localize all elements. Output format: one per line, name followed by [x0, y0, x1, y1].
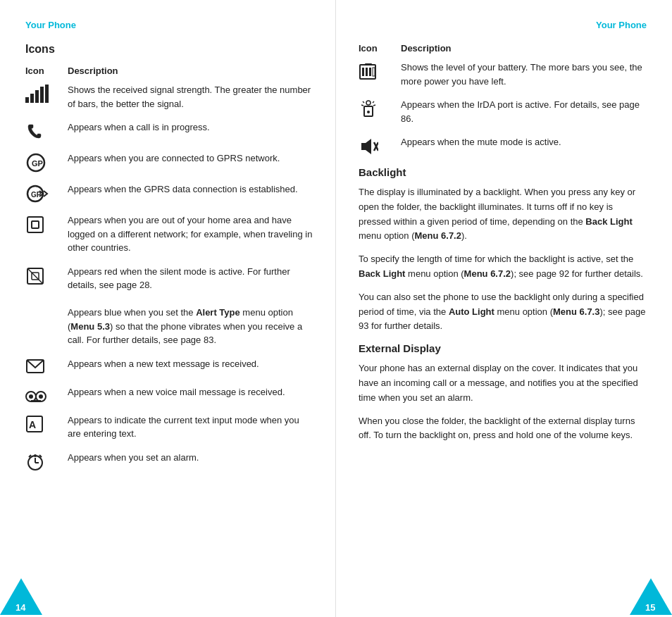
- svg-text:GP: GP: [32, 159, 43, 168]
- signal-bars-desc: Shows the received signal strength. The …: [68, 83, 313, 111]
- alarm-icon: [25, 451, 68, 472]
- alarm-desc: Appears when you set an alarm.: [68, 451, 313, 465]
- list-item: Appears when a new voice mail message is…: [25, 385, 313, 404]
- svg-line-38: [373, 101, 374, 103]
- svg-rect-31: [362, 68, 364, 76]
- external-display-para-2: When you close the folder, the backlight…: [359, 414, 647, 444]
- text-input-mode-desc: Appears to indicate the current text inp…: [68, 413, 313, 441]
- new-voice-mail-desc: Appears when a new voice mail message is…: [68, 385, 313, 399]
- svg-rect-3: [40, 87, 44, 103]
- left-page: Your Phone Icons Icon Description Shows …: [0, 0, 336, 617]
- right-desc-col-label: Description: [401, 43, 647, 54]
- list-item: Appears when you are out of your home ar…: [25, 213, 313, 255]
- list-item: GP Appears when you are connected to GPR…: [25, 151, 313, 173]
- new-text-message-icon: [25, 357, 68, 375]
- icon-col-label: Icon: [25, 66, 68, 76]
- right-icons-table-header: Icon Description: [359, 43, 647, 54]
- svg-line-39: [361, 105, 363, 106]
- backlight-para-3: You can also set the phone to use the ba…: [359, 290, 647, 334]
- right-page-number: 15: [645, 602, 655, 613]
- battery-desc: Shows the level of your battery. The mor…: [401, 61, 647, 88]
- desc-col-label: Description: [68, 66, 313, 76]
- new-text-message-desc: Appears when a new text message is recei…: [68, 357, 313, 371]
- backlight-para-2: To specify the length of time for which …: [359, 252, 647, 282]
- icons-table-header: Icon Description: [25, 66, 313, 76]
- svg-rect-9: [27, 217, 43, 232]
- silent-mode-desc: Appears red when the silent mode is acti…: [68, 265, 313, 347]
- silent-mode-icon: [25, 265, 68, 286]
- svg-rect-0: [25, 97, 29, 103]
- svg-point-18: [29, 394, 33, 399]
- svg-rect-30: [365, 63, 372, 66]
- svg-rect-2: [35, 90, 39, 103]
- page-container: Your Phone Icons Icon Description Shows …: [0, 0, 672, 617]
- left-page-number: 14: [15, 602, 26, 613]
- page-number-right-container: 15: [630, 578, 672, 617]
- left-header: Your Phone: [25, 20, 313, 30]
- right-header: Your Phone: [359, 20, 647, 30]
- list-item: Shows the level of your battery. The mor…: [359, 61, 647, 88]
- new-voice-mail-icon: [25, 385, 68, 404]
- svg-rect-34: [373, 68, 375, 76]
- svg-rect-1: [30, 94, 34, 103]
- list-item: Appears when a new text message is recei…: [25, 357, 313, 375]
- svg-point-19: [39, 394, 43, 399]
- svg-rect-4: [45, 85, 49, 103]
- svg-text:A: A: [29, 419, 36, 430]
- svg-marker-42: [361, 139, 371, 154]
- svg-rect-10: [32, 221, 39, 228]
- list-item: Appears when the mute mode is active.: [359, 135, 647, 156]
- roaming-desc: Appears when you are out of your home ar…: [68, 213, 313, 255]
- svg-line-40: [373, 105, 375, 106]
- text-input-mode-icon: A: [25, 413, 68, 433]
- svg-rect-33: [369, 68, 371, 76]
- gprs-data-icon: GP: [25, 182, 68, 204]
- backlight-para-1: The display is illuminated by a backligh…: [359, 185, 647, 244]
- list-item: Appears when you set an alarm.: [25, 451, 313, 472]
- right-icon-col-label: Icon: [359, 43, 401, 54]
- svg-line-37: [363, 101, 364, 103]
- left-section-title: Icons: [25, 43, 313, 56]
- svg-line-13: [28, 269, 42, 283]
- signal-bars-icon: [25, 83, 68, 104]
- irda-port-icon: [359, 98, 401, 119]
- list-item: Appears when the IrDA port is active. Fo…: [359, 98, 647, 125]
- call-in-progress-icon: [25, 120, 68, 142]
- list-item: GP Appears when the GPRS data connection…: [25, 182, 313, 204]
- svg-point-36: [366, 101, 371, 105]
- right-page: Your Phone Icon Description Shows the le…: [336, 0, 672, 617]
- svg-point-41: [367, 111, 370, 113]
- list-item: Shows the received signal strength. The …: [25, 83, 313, 111]
- battery-level-icon: [359, 61, 401, 82]
- gprs-connected-desc: Appears when you are connected to GPRS n…: [68, 151, 313, 166]
- external-display-title: External Display: [359, 342, 647, 354]
- svg-point-27: [34, 454, 37, 457]
- list-item: A Appears to indicate the current text i…: [25, 413, 313, 441]
- mute-desc: Appears when the mute mode is active.: [401, 135, 647, 149]
- gprs-data-desc: Appears when the GPRS data connection is…: [68, 182, 313, 197]
- svg-rect-17: [31, 400, 41, 402]
- irda-desc: Appears when the IrDA port is active. Fo…: [401, 98, 647, 125]
- external-display-para-1: Your phone has an external display on th…: [359, 361, 647, 405]
- call-in-progress-desc: Appears when a call is in progress.: [68, 120, 313, 135]
- list-item: Appears when a call is in progress.: [25, 120, 313, 142]
- page-number-left-container: 14: [0, 578, 42, 617]
- gprs-connected-icon: GP: [25, 151, 68, 173]
- mute-mode-icon: [359, 135, 401, 156]
- svg-rect-32: [366, 68, 368, 76]
- list-item: Appears red when the silent mode is acti…: [25, 265, 313, 347]
- roaming-icon: [25, 213, 68, 235]
- backlight-title: Backlight: [359, 166, 647, 178]
